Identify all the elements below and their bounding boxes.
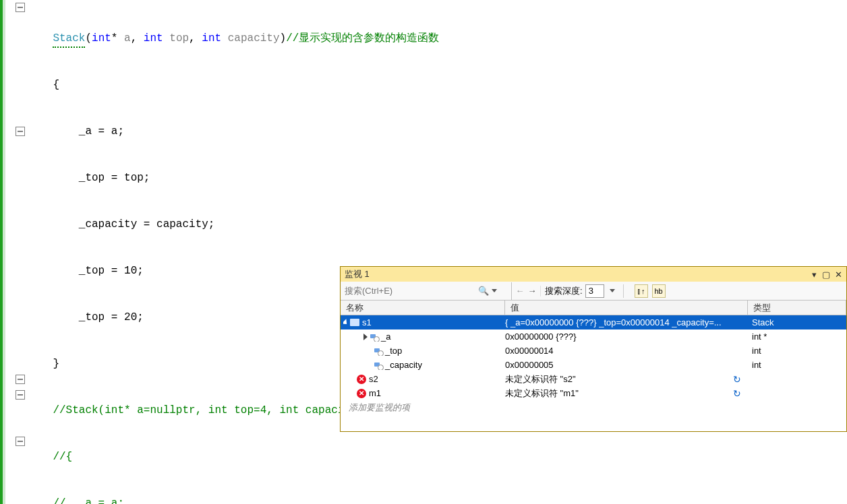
watch-value: 0x00000005 (505, 360, 554, 370)
watch-toolbar: 🔍 ← → 搜索深度: 3 ⫿↑ hb (341, 282, 846, 301)
field-icon (374, 347, 382, 355)
search-input[interactable] (343, 284, 478, 298)
code-text: * (111, 32, 124, 44)
nav-forward-icon[interactable]: → (527, 286, 537, 296)
fold-icon[interactable] (16, 437, 25, 446)
expand-icon[interactable] (343, 319, 349, 326)
fold-icon[interactable] (16, 127, 25, 136)
watch-name: s1 (362, 317, 372, 327)
col-header-value[interactable]: 值 (505, 301, 748, 315)
hex-toggle-icon[interactable]: hb (652, 284, 666, 298)
struct-icon (350, 319, 359, 326)
watch-body: s1 { _a=0x00000000 {???} _top=0x00000014… (341, 315, 846, 431)
watch-type: int (752, 346, 761, 356)
code-text: _top = 20; (27, 311, 144, 323)
watch-row-s1[interactable]: s1 { _a=0x00000000 {???} _top=0x00000014… (341, 315, 846, 329)
watch-row-capacity[interactable]: _capacity 0x00000005 int (341, 358, 846, 372)
watch-title: 监视 1 (345, 268, 370, 280)
fold-icon[interactable] (16, 390, 25, 400)
watch-add-item[interactable]: 添加要监视的项 (341, 400, 846, 414)
watch-type: int * (752, 332, 767, 342)
watch-name: _a (381, 332, 390, 342)
code-text: int (202, 32, 221, 44)
code-text: ( (85, 32, 92, 44)
code-text (221, 32, 228, 44)
watch-name: _capacity (385, 360, 422, 370)
search-box[interactable]: 🔍 (341, 282, 512, 300)
code-text: _capacity = capacity; (27, 218, 214, 230)
watch-name: _top (385, 346, 402, 356)
close-icon[interactable]: ✕ (833, 269, 844, 280)
code-text: _top = top; (27, 172, 150, 184)
watch-value: 0x00000000 {???} (505, 332, 577, 342)
code-text: //显示实现的含参数的构造函数 (286, 32, 439, 44)
field-icon (374, 361, 382, 369)
code-text: //{ (27, 451, 72, 463)
code-text: int (144, 32, 163, 44)
code-text: _a = a; (27, 125, 124, 137)
search-icon[interactable]: 🔍 (478, 286, 489, 296)
watch-value: 0x00000014 (505, 346, 554, 356)
refresh-icon[interactable]: ↻ (733, 374, 741, 385)
code-text (27, 404, 53, 416)
filter-icon[interactable]: ⫿↑ (635, 284, 648, 298)
col-header-name[interactable]: 名称 (341, 301, 505, 315)
col-header-type[interactable]: 类型 (748, 301, 846, 315)
code-text: , (189, 32, 202, 44)
code-text: Stack (53, 32, 85, 44)
maximize-icon[interactable]: ▢ (821, 269, 831, 280)
code-text: { (27, 79, 59, 91)
field-icon (370, 333, 378, 341)
depth-value-text: 3 (589, 286, 593, 296)
watch-columns-header[interactable]: 名称 值 类型 (341, 301, 846, 315)
code-text: a (124, 32, 131, 44)
watch-name: m1 (369, 388, 381, 398)
watch-value: { _a=0x00000000 {???} _top=0x00000014 _c… (505, 317, 722, 327)
nav-back-icon[interactable]: ← (515, 286, 525, 296)
chevron-down-icon[interactable] (492, 289, 497, 292)
code-text: capacity (228, 32, 280, 44)
depth-value[interactable]: 3 (585, 284, 604, 298)
fold-icon[interactable] (16, 375, 25, 384)
depth-label: 搜索深度: (545, 285, 583, 297)
watch-name: s2 (369, 374, 378, 384)
window-options-icon[interactable]: ▾ (809, 269, 819, 280)
code-text: // _a = a; (27, 497, 124, 504)
watch-type: int (752, 360, 761, 370)
fold-icon[interactable] (16, 3, 25, 12)
code-text: , (131, 32, 144, 44)
watch-row-a[interactable]: _a 0x00000000 {???} int * (341, 329, 846, 344)
expand-icon[interactable] (363, 334, 368, 340)
code-text: ) (280, 32, 287, 44)
code-text (27, 32, 53, 44)
error-icon: ✕ (357, 375, 366, 384)
watch-row-m1[interactable]: ✕ m1 未定义标识符 "m1" ↻ (341, 386, 846, 400)
watch-type: Stack (752, 317, 774, 327)
add-item-label: 添加要监视的项 (343, 402, 410, 414)
code-text: _top = 10; (27, 265, 144, 277)
editor-gutter (0, 0, 27, 504)
code-text: int (92, 32, 111, 44)
watch-value: 未定义标识符 "m1" (505, 387, 579, 400)
watch-row-s2[interactable]: ✕ s2 未定义标识符 "s2" ↻ (341, 372, 846, 386)
code-text: //Stack(int* a=nullptr, int top=4, int c… (53, 404, 376, 416)
chevron-down-icon[interactable] (610, 289, 615, 292)
code-text: top (169, 32, 189, 44)
watch-title-bar[interactable]: 监视 1 ▾ ▢ ✕ (341, 267, 846, 282)
watch-value: 未定义标识符 "s2" (505, 373, 576, 385)
watch-panel: 监视 1 ▾ ▢ ✕ 🔍 ← → 搜索深度: 3 ⫿↑ hb 名称 值 类型 (340, 266, 847, 432)
watch-row-top[interactable]: _top 0x00000014 int (341, 344, 846, 358)
refresh-icon[interactable]: ↻ (733, 388, 741, 399)
code-text (163, 32, 170, 44)
error-icon: ✕ (357, 389, 366, 398)
code-text: } (27, 358, 59, 370)
